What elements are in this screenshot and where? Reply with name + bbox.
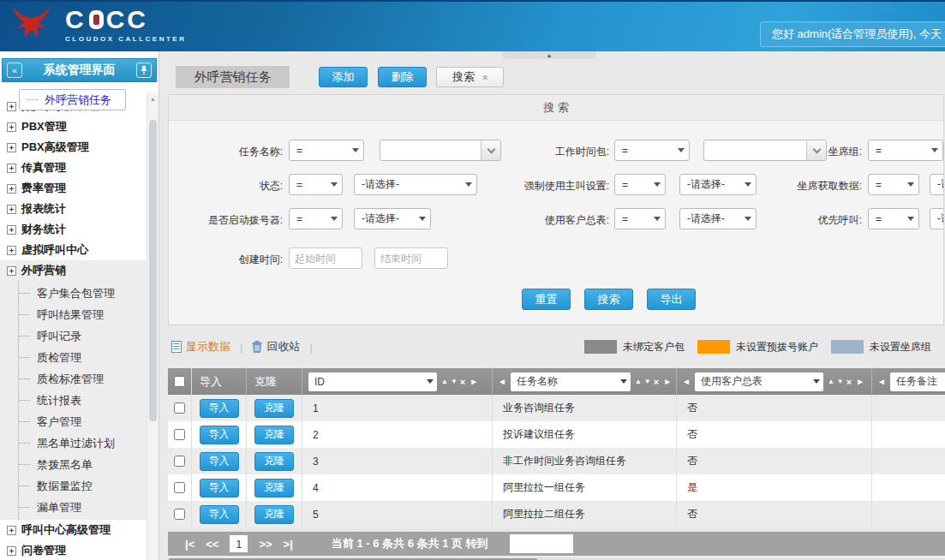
remove-column-icon[interactable]: × xyxy=(460,378,465,386)
move-right-icon[interactable]: ► xyxy=(663,377,672,386)
row-checkbox[interactable] xyxy=(174,509,185,520)
import-button[interactable]: 导入 xyxy=(200,399,239,418)
agent-fetch-operator-select[interactable]: = xyxy=(868,174,919,195)
agent-fetch-select[interactable]: -请选择- xyxy=(930,174,944,195)
move-right-icon[interactable]: ► xyxy=(470,377,478,386)
agent-group-operator-select[interactable]: = xyxy=(868,140,943,161)
expand-icon[interactable] xyxy=(7,143,16,152)
remove-column-icon[interactable]: × xyxy=(654,378,659,386)
priority-call-operator-select[interactable]: = xyxy=(868,208,919,229)
expand-icon[interactable] xyxy=(7,246,16,255)
sidebar-item-qc-standard[interactable]: 质检标准管理 xyxy=(19,368,147,390)
sidebar-item-rate[interactable]: 费率管理 xyxy=(7,178,147,199)
sidebar-item-customer-mgmt[interactable]: 客户管理 xyxy=(19,411,147,432)
sort-desc-icon[interactable]: ▼ xyxy=(451,378,458,385)
row-checkbox[interactable] xyxy=(174,429,185,440)
col-taskname-select[interactable]: 任务名称 xyxy=(511,372,631,391)
row-checkbox[interactable] xyxy=(174,402,185,414)
sidebar-item-callcenter-advanced[interactable]: 呼叫中心高级管理 xyxy=(7,520,147,540)
expand-icon[interactable] xyxy=(7,225,16,235)
col-tasknote-select[interactable]: 任务备注 xyxy=(890,372,945,391)
status-operator-select[interactable]: = xyxy=(289,174,343,195)
import-button[interactable]: 导入 xyxy=(200,479,239,497)
remove-column-icon[interactable]: × xyxy=(846,378,852,386)
sort-desc-icon[interactable]: ▼ xyxy=(837,378,844,385)
recycle-bin-link[interactable]: 回收站 xyxy=(252,339,300,354)
task-name-input[interactable] xyxy=(380,140,480,160)
search-toggle-button[interactable]: 搜索 « xyxy=(436,67,504,87)
col-id-select[interactable]: ID xyxy=(308,372,437,391)
import-button[interactable]: 导入 xyxy=(200,426,239,444)
select-all-checkbox[interactable] xyxy=(174,376,185,387)
goto-page-input[interactable] xyxy=(510,534,573,553)
sidebar-item-blacklist-filter[interactable]: 黑名单过滤计划 xyxy=(19,432,147,454)
sidebar-scrollbar-thumb[interactable] xyxy=(149,120,157,421)
work-time-operator-select[interactable]: = xyxy=(614,140,690,161)
sidebar-item-data-monitor[interactable]: 数据量监控 xyxy=(19,475,147,497)
search-button[interactable]: 搜索 xyxy=(584,289,633,310)
sidebar-item-outbound-marketing[interactable]: 外呼营销 xyxy=(7,260,147,281)
sidebar-item-qc[interactable]: 质检管理 xyxy=(19,347,147,368)
expand-icon[interactable] xyxy=(7,266,16,276)
sidebar-item-no-dial-blacklist[interactable]: 禁拨黑名单 xyxy=(19,454,147,475)
sidebar-collapse-icon[interactable]: « xyxy=(7,63,22,78)
sidebar-item-pbx-advanced[interactable]: PBX高级管理 xyxy=(7,137,147,158)
sort-asc-icon[interactable]: ▲ xyxy=(635,378,642,385)
move-left-icon[interactable]: ◄ xyxy=(498,377,506,386)
dialer-operator-select[interactable]: = xyxy=(289,208,343,229)
status-select[interactable]: -请选择- xyxy=(354,174,477,195)
scroll-up-icon[interactable]: ▲ xyxy=(147,92,158,104)
next-page-button[interactable]: >> xyxy=(259,538,272,551)
sidebar-item-finance[interactable]: 财务统计 xyxy=(7,219,147,240)
clone-button[interactable]: 克隆 xyxy=(254,479,294,497)
expand-icon[interactable] xyxy=(7,164,16,173)
end-time-input[interactable] xyxy=(374,247,448,269)
priority-call-select[interactable]: -请选择- xyxy=(930,208,944,229)
dialer-select[interactable]: -请选择- xyxy=(354,208,431,229)
force-caller-select[interactable]: -请选择- xyxy=(679,174,757,195)
show-data-link[interactable]: 显示数据 xyxy=(171,339,230,354)
sidebar-item-call-records[interactable]: 呼叫记录 xyxy=(19,325,147,347)
sort-asc-icon[interactable]: ▲ xyxy=(441,378,448,385)
row-checkbox[interactable] xyxy=(174,456,185,467)
move-left-icon[interactable]: ◄ xyxy=(877,377,886,386)
add-button[interactable]: 添加 xyxy=(319,67,368,87)
sidebar-item-outbound-tasks[interactable]: 外呼营销任务 xyxy=(19,89,126,110)
prev-page-button[interactable]: << xyxy=(206,538,218,551)
sidebar-item-missed-orders[interactable]: 漏单管理 xyxy=(19,497,147,518)
clone-button[interactable]: 克隆 xyxy=(254,399,294,418)
customer-table-operator-select[interactable]: = xyxy=(614,208,666,229)
sidebar-item-questionnaire[interactable]: 问卷管理 xyxy=(7,540,147,560)
start-time-input[interactable] xyxy=(289,247,362,269)
expand-icon[interactable] xyxy=(7,205,16,214)
sidebar-scrollbar[interactable]: ▲ xyxy=(147,92,158,560)
customer-table-select[interactable]: -请选择- xyxy=(679,208,757,229)
export-button[interactable]: 导出 xyxy=(647,289,696,310)
clone-button[interactable]: 克隆 xyxy=(254,452,294,471)
expand-icon[interactable] xyxy=(7,526,16,535)
sidebar-item-stat-report[interactable]: 统计报表 xyxy=(19,390,147,411)
sidebar-item-call-result[interactable]: 呼叫结果管理 xyxy=(19,304,147,325)
expand-icon[interactable] xyxy=(7,184,16,194)
sidebar-item-customer-package[interactable]: 客户集合包管理 xyxy=(19,283,147,304)
pin-icon[interactable] xyxy=(136,63,152,78)
clone-button[interactable]: 克隆 xyxy=(254,505,294,524)
move-left-icon[interactable]: ◄ xyxy=(682,377,691,386)
tab-outbound-tasks[interactable]: 外呼营销任务 xyxy=(176,66,290,88)
task-name-operator-select[interactable]: = xyxy=(289,140,364,161)
expand-icon[interactable] xyxy=(7,546,16,556)
force-caller-operator-select[interactable]: = xyxy=(614,174,666,195)
sort-asc-icon[interactable]: ▲ xyxy=(828,378,834,385)
first-page-button[interactable]: |< xyxy=(185,538,194,551)
sidebar-item-pbx[interactable]: PBX管理 xyxy=(7,116,147,137)
sort-desc-icon[interactable]: ▼ xyxy=(644,378,651,385)
expand-icon[interactable] xyxy=(7,122,16,132)
move-right-icon[interactable]: ► xyxy=(856,377,864,386)
import-button[interactable]: 导入 xyxy=(200,505,239,524)
sidebar-item-fax[interactable]: 传真管理 xyxy=(7,158,147,178)
clone-button[interactable]: 克隆 xyxy=(254,426,294,444)
combo-dropdown-button[interactable] xyxy=(481,140,500,160)
delete-button[interactable]: 删除 xyxy=(378,67,427,87)
expand-icon[interactable] xyxy=(7,102,16,111)
sidebar-item-report[interactable]: 报表统计 xyxy=(7,199,147,219)
